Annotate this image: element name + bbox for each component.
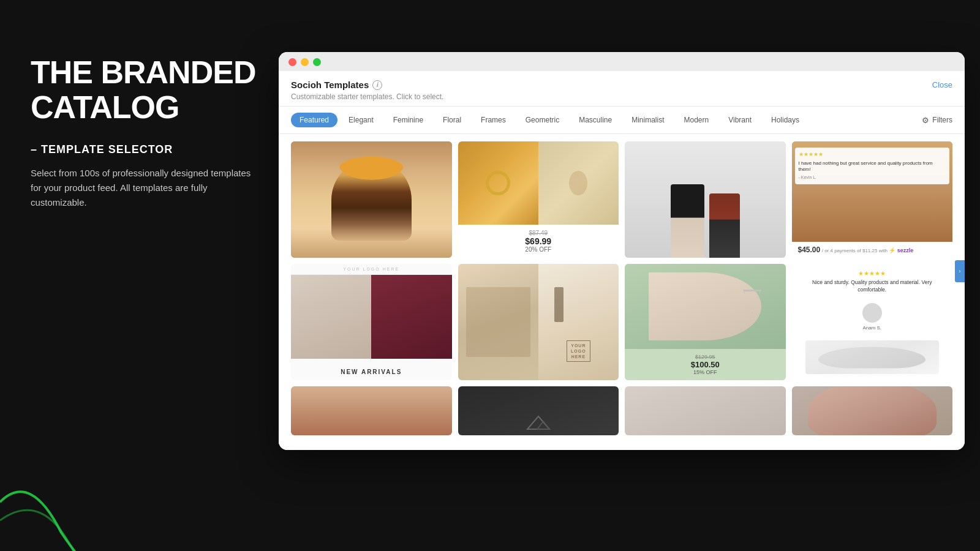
sneaker-review-author: Anam S.	[862, 325, 881, 331]
template-card-sezzle[interactable]: ★★★★★ I have had nothing but great servi…	[792, 141, 953, 258]
tab-modern[interactable]: Modern	[676, 113, 718, 127]
review-author: - Kevin L.	[799, 174, 946, 180]
sezzle-brand: ⚡ sezzle	[889, 247, 913, 253]
sneaker-review-stars: ★★★★★	[798, 270, 947, 277]
sneaker-review-text: Nice and sturdy. Quality products and ma…	[798, 279, 947, 294]
discount-label: 20% OFF	[463, 246, 614, 253]
template-card-fashion-hat[interactable]	[291, 141, 452, 258]
template-card-partial-1[interactable]	[291, 386, 452, 435]
template-card-earring[interactable]: $129.95 $100.50 15% OFF	[625, 264, 786, 380]
scroll-tab[interactable]: ›	[955, 260, 965, 282]
tab-minimalist[interactable]: Minimalist	[623, 113, 673, 127]
app-content: Socioh Templates i Close Customizable st…	[279, 71, 965, 450]
tab-frames[interactable]: Frames	[472, 113, 514, 127]
tab-elegant[interactable]: Elegant	[340, 113, 382, 127]
template-card-arrivals[interactable]: YOUR LOGO HERE NEW ARRIVALS	[291, 264, 452, 380]
arrivals-label: NEW ARRIVALS	[291, 369, 452, 375]
app-subtitle: Customizable starter templates. Click to…	[291, 92, 952, 101]
earring-orig-price: $129.95	[630, 354, 781, 360]
template-card-jewelry[interactable]: $87.49 $69.99 20% OFF	[458, 141, 619, 258]
template-card-partial-grey[interactable]	[625, 386, 786, 435]
template-card-sneaker-review[interactable]: ★★★★★ Nice and sturdy. Quality products …	[792, 264, 953, 380]
tab-masculine[interactable]: Masculine	[570, 113, 620, 127]
app-title: Socioh Templates i	[291, 80, 382, 90]
tab-featured[interactable]: Featured	[291, 113, 337, 127]
description: Select from 100s of professionally desig…	[31, 166, 263, 210]
template-card-couple[interactable]	[625, 141, 786, 258]
filters-button[interactable]: ⚙ Filters	[922, 116, 952, 125]
mountain-icon	[526, 415, 551, 430]
green-curve-decoration	[0, 380, 282, 551]
app-title-row: Socioh Templates i Close	[291, 80, 952, 90]
tab-geometric[interactable]: Geometric	[517, 113, 568, 127]
sale-price: $69.99	[463, 236, 614, 246]
tab-holidays[interactable]: Holidays	[763, 113, 808, 127]
browser-dots	[288, 58, 955, 66]
template-grid: $87.49 $69.99 20% OFF	[279, 134, 965, 450]
tab-floral[interactable]: Floral	[434, 113, 470, 127]
close-dot[interactable]	[288, 58, 296, 66]
tab-vibrant[interactable]: Vibrant	[720, 113, 760, 127]
section-label: – TEMPLATE SELECTOR	[31, 143, 263, 156]
left-panel: THE BRANDED CATALOG – TEMPLATE SELECTOR …	[31, 55, 263, 210]
filter-icon: ⚙	[922, 116, 929, 125]
filters-label: Filters	[932, 116, 952, 124]
browser-chrome	[279, 52, 965, 71]
sezzle-text: / or 4 payments of $11.25 with	[822, 248, 889, 253]
app-title-text: Socioh Templates	[291, 80, 369, 90]
template-card-furniture[interactable]: YOURLOGOHERE	[458, 264, 619, 380]
close-button[interactable]: Close	[932, 80, 952, 89]
filter-tabs: Featured Elegant Feminine Floral Frames …	[279, 107, 965, 134]
sezzle-price: $45.00	[798, 246, 821, 254]
browser-window: Socioh Templates i Close Customizable st…	[279, 52, 965, 450]
maximize-dot[interactable]	[313, 58, 321, 66]
earring-discount: 15% OFF	[630, 369, 781, 375]
main-title: THE BRANDED CATALOG	[31, 55, 263, 125]
scroll-arrow: ›	[959, 268, 961, 274]
earring-sale-price: $100.50	[630, 360, 781, 369]
info-icon[interactable]: i	[372, 80, 382, 90]
template-card-partial-face[interactable]	[792, 386, 953, 435]
tab-feminine[interactable]: Feminine	[385, 113, 432, 127]
app-header: Socioh Templates i Close Customizable st…	[279, 71, 965, 107]
template-card-partial-mountain[interactable]	[458, 386, 619, 435]
minimize-dot[interactable]	[301, 58, 309, 66]
original-price: $87.49	[463, 230, 614, 236]
review-text: I have had nothing but great service and…	[799, 160, 946, 173]
